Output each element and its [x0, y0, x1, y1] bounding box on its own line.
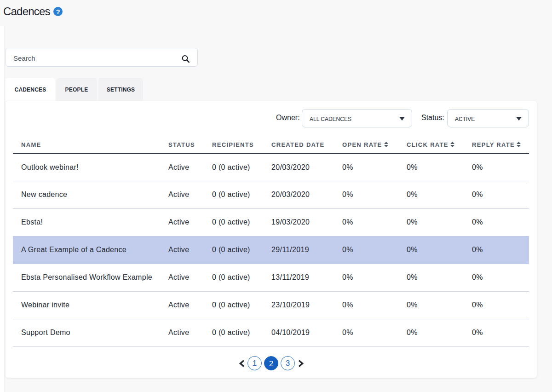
svg-text:?: ? [56, 8, 60, 16]
